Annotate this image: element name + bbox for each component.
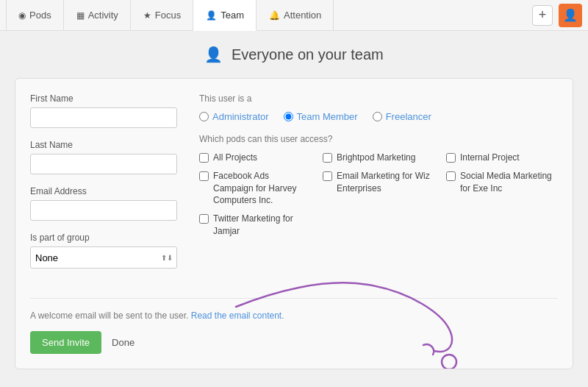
form-card: First Name Last Name Email Address Is pa…	[15, 78, 573, 369]
page-title: 👤 Everyone on your team	[15, 46, 573, 63]
page-content: 👤 Everyone on your team First Name Last …	[0, 31, 588, 384]
role-freelancer-radio[interactable]	[373, 112, 382, 121]
form-left: First Name Last Name Email Address Is pa…	[30, 93, 177, 280]
read-email-link[interactable]: Read the email content.	[191, 310, 284, 321]
last-name-label: Last Name	[30, 140, 177, 150]
pod-emailwiz-label: Email Marketing for Wiz Enterprises	[337, 170, 434, 195]
pod-emailwiz-checkbox[interactable]	[323, 171, 332, 181]
email-label: Email Address	[30, 186, 177, 196]
user-type-label: This user is a	[199, 93, 558, 104]
first-name-group: First Name	[30, 93, 177, 128]
pods-section-label: Which pods can this user access?	[199, 134, 558, 144]
tab-focus[interactable]: ★ Focus	[131, 0, 193, 31]
role-admin-label: Administrator	[212, 111, 269, 122]
pod-brightpod[interactable]: Brightpod Marketing	[323, 152, 434, 164]
attention-icon: 🔔	[269, 10, 280, 21]
pod-facebook[interactable]: Facebook Ads Campaign for Harvey Compute…	[199, 170, 311, 207]
pod-emailwiz[interactable]: Email Marketing for Wiz Enterprises	[323, 170, 434, 207]
form-bottom: A welcome email will be sent to the user…	[30, 298, 558, 354]
pod-social-label: Social Media Marketing for Exe Inc	[460, 170, 558, 195]
svg-point-0	[442, 355, 456, 369]
nav-bar: ◉ Pods ▦ Activity ★ Focus 👤 Team 🔔 Atten…	[0, 0, 588, 31]
pod-twitter-checkbox[interactable]	[199, 214, 209, 224]
done-button[interactable]: Done	[109, 331, 137, 354]
user-avatar-button[interactable]: 👤	[559, 4, 582, 27]
avatar-icon: 👤	[563, 8, 578, 22]
pod-brightpod-checkbox[interactable]	[323, 153, 332, 163]
pods-checkboxes: All Projects Brightpod Marketing Interna…	[199, 152, 558, 238]
form-actions: Send Invite Done	[30, 331, 558, 354]
group-group: Is part of group None ⬆⬇	[30, 232, 177, 269]
email-group: Email Address	[30, 186, 177, 221]
pods-icon: ◉	[18, 10, 26, 21]
first-name-input[interactable]	[30, 107, 177, 128]
role-admin-radio[interactable]	[199, 112, 209, 121]
role-admin[interactable]: Administrator	[199, 111, 269, 122]
page-title-icon: 👤	[204, 46, 223, 63]
group-label: Is part of group	[30, 232, 177, 243]
pod-facebook-checkbox[interactable]	[199, 171, 209, 181]
team-icon: 👤	[206, 10, 217, 21]
group-select-wrapper: None ⬆⬇	[30, 246, 177, 269]
pod-all-label: All Projects	[213, 152, 257, 164]
pod-brightpod-label: Brightpod Marketing	[337, 152, 415, 164]
tab-attention[interactable]: 🔔 Attention	[257, 0, 334, 31]
tab-team[interactable]: 👤 Team	[193, 0, 257, 31]
last-name-group: Last Name	[30, 140, 177, 174]
pod-social-checkbox[interactable]	[446, 171, 456, 181]
pod-internal-label: Internal Project	[460, 152, 520, 164]
welcome-text: A welcome email will be sent to the user…	[30, 310, 558, 321]
nav-actions: + 👤	[532, 4, 582, 27]
form-right: This user is a Administrator Team Member…	[199, 93, 558, 280]
pod-social[interactable]: Social Media Marketing for Exe Inc	[446, 170, 558, 207]
focus-icon: ★	[143, 10, 151, 21]
pod-facebook-label: Facebook Ads Campaign for Harvey Compute…	[213, 170, 311, 207]
pod-internal-checkbox[interactable]	[446, 153, 456, 163]
pod-twitter-label: Twitter Marketing for Jamjar	[213, 213, 311, 238]
role-member-label: Team Member	[297, 111, 358, 122]
role-radio-group: Administrator Team Member Freelancer	[199, 111, 558, 122]
pod-twitter[interactable]: Twitter Marketing for Jamjar	[199, 213, 311, 238]
email-input[interactable]	[30, 200, 177, 221]
first-name-label: First Name	[30, 93, 177, 104]
group-select[interactable]: None	[30, 246, 177, 269]
role-member[interactable]: Team Member	[284, 111, 358, 122]
nav-tabs: ◉ Pods ▦ Activity ★ Focus 👤 Team 🔔 Atten…	[6, 0, 532, 31]
pod-all-projects[interactable]: All Projects	[199, 152, 311, 164]
pod-internal[interactable]: Internal Project	[446, 152, 558, 164]
pod-all-checkbox[interactable]	[199, 153, 209, 163]
send-invite-button[interactable]: Send Invite	[30, 331, 101, 354]
form-layout: First Name Last Name Email Address Is pa…	[30, 93, 558, 280]
role-freelancer-label: Freelancer	[386, 111, 431, 122]
activity-icon: ▦	[76, 10, 85, 21]
last-name-input[interactable]	[30, 154, 177, 174]
role-member-radio[interactable]	[284, 112, 293, 121]
tab-pods[interactable]: ◉ Pods	[6, 0, 64, 31]
tab-activity[interactable]: ▦ Activity	[64, 0, 131, 31]
role-freelancer[interactable]: Freelancer	[373, 111, 431, 122]
add-button[interactable]: +	[532, 5, 553, 26]
